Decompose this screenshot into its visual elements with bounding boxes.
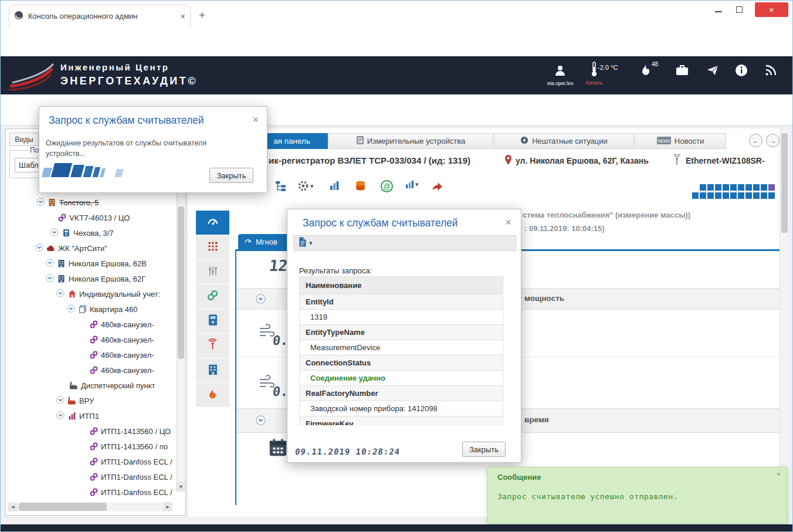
scrollbar-thumb[interactable] [19, 503, 107, 511]
tree-item[interactable]: Николая Ершова, 62Г [6, 271, 176, 286]
flame-icon [640, 63, 652, 79]
tree-item[interactable]: Индивидуальный учет: [6, 286, 176, 301]
tree-item[interactable]: ИТП1-1413560 / по [6, 439, 176, 454]
tree-item[interactable]: ИТП1-Danfoss ECL / [6, 454, 176, 469]
browser-tab[interactable]: Консоль операционного админ × [9, 5, 191, 27]
tree-item[interactable]: Диспетчерский пункт [6, 378, 176, 393]
send-icon [706, 64, 720, 79]
tabs-next-button[interactable]: → [766, 134, 780, 147]
results-label: Результаты запроса: [299, 266, 372, 275]
maximize-button[interactable] [736, 6, 743, 13]
success-toast: Сообщение × Запрос считывателю успешно о… [487, 467, 787, 524]
expand-icon[interactable] [56, 289, 65, 299]
expand-icon[interactable] [56, 396, 65, 406]
tree-item[interactable]: ИТП1-1413560 / ЦО [6, 423, 176, 439]
sliders-view-button[interactable] [196, 260, 229, 284]
collapse-icon[interactable] [256, 294, 266, 306]
settings-gear-icon[interactable]: ▾ [297, 180, 314, 192]
alarms-button[interactable] [640, 63, 652, 79]
segment-value: 12 [268, 257, 289, 275]
main-vertical-scrollbar[interactable] [780, 128, 789, 516]
export-icon[interactable] [431, 180, 443, 191]
expand-icon[interactable] [67, 304, 75, 314]
mini-chart-icon[interactable]: ▾ [405, 180, 419, 189]
tab-news[interactable]: NEWS Новости [635, 133, 726, 149]
rss-button[interactable] [764, 64, 777, 79]
buildings-view-button[interactable] [196, 358, 229, 382]
heat-view-button[interactable] [196, 383, 229, 407]
chain-icon [206, 289, 219, 304]
tree-item[interactable]: 460кв-санузел- [6, 347, 176, 362]
scroll-left-icon[interactable]: ◄ [8, 502, 18, 511]
status-square [723, 184, 729, 191]
tab-emergencies[interactable]: Нештатные ситуации [494, 133, 634, 149]
links-view-button[interactable] [196, 284, 229, 309]
result-row: EntityTypeName [299, 325, 503, 340]
tree-item[interactable]: 460кв-санузел- [6, 362, 176, 378]
expand-icon[interactable] [46, 274, 54, 284]
brand-line2: ЭНЕРГОТЕХАУДИТ© [60, 75, 198, 87]
scrollbar-thumb[interactable] [781, 133, 788, 233]
expand-icon[interactable] [50, 228, 59, 238]
tabs-prev-button[interactable]: ← [749, 134, 762, 147]
tree-item[interactable]: Чехова, 3/7 [6, 225, 176, 240]
tree-view-icon[interactable] [275, 180, 287, 192]
expand-icon[interactable] [36, 198, 45, 208]
briefcase-button[interactable] [675, 64, 689, 79]
collapse-icon[interactable] [256, 415, 266, 428]
tree-item[interactable]: Николая Ершова, 62В [6, 256, 176, 271]
tree-horizontal-scrollbar[interactable]: ◄ ► [8, 502, 172, 511]
dialog-close-icon[interactable]: × [505, 217, 511, 228]
close-button[interactable]: Закрыть [462, 442, 506, 457]
device-title: ик-регистратор ВЗЛЕТ ТСР-033/034 / (ид: … [269, 155, 470, 165]
chevron-down-icon[interactable]: ▾ [309, 239, 313, 247]
result-row: 1319 [299, 310, 503, 325]
send-button[interactable] [706, 64, 720, 79]
database-icon[interactable] [355, 180, 366, 192]
tab-measurement-devices[interactable]: Измерительные устройства [328, 133, 493, 149]
device-view-button[interactable] [196, 309, 229, 333]
dialog-close-icon[interactable]: × [252, 114, 259, 125]
building-blue-icon [208, 364, 218, 378]
svg-text:NEWS: NEWS [658, 138, 670, 143]
tree-item[interactable]: Квартира 460 [6, 301, 176, 317]
tree-item[interactable]: VKT7-46013 / ЦО [6, 210, 176, 225]
tree-item[interactable]: Толстого, 5 [6, 195, 176, 210]
document-icon[interactable] [299, 237, 307, 249]
toast-close-icon[interactable]: × [777, 471, 781, 478]
close-button[interactable]: × [755, 2, 788, 17]
chart-icon [67, 412, 76, 420]
factory-icon [69, 381, 78, 389]
tree-item[interactable]: ИТП1-Danfoss ECL / [6, 484, 176, 500]
tree-vertical-scrollbar[interactable]: ▼ [176, 183, 185, 492]
result-row: FirmwareKey [299, 416, 503, 425]
network-view-button[interactable] [196, 235, 229, 259]
link-icon [57, 214, 66, 222]
tab-close-icon[interactable]: × [181, 12, 185, 21]
tab-views[interactable]: Виды [9, 133, 39, 146]
transmitters-view-button[interactable] [196, 334, 229, 358]
tree-item[interactable]: ВРУ [6, 393, 176, 408]
tree-item[interactable]: ИТП1-Danfoss ECL / [6, 469, 176, 484]
expand-icon[interactable] [35, 243, 43, 253]
dashboard-view-button[interactable] [196, 211, 229, 235]
new-tab-button[interactable]: + [199, 9, 205, 22]
tree-item[interactable]: 460кв-санузел- [6, 317, 176, 332]
expand-icon[interactable] [56, 411, 65, 421]
chart-icon[interactable] [329, 180, 340, 191]
expand-icon[interactable] [46, 259, 54, 269]
user-menu[interactable]: eta.oper.leo [547, 63, 573, 86]
info-button[interactable] [735, 64, 748, 79]
web-at-icon[interactable]: @ [381, 180, 393, 192]
tree-item-label: ВРУ [79, 397, 94, 405]
scroll-right-icon[interactable]: ► [163, 502, 172, 511]
scroll-down-icon[interactable]: ▼ [177, 482, 185, 492]
tree-item[interactable]: 460кв-санузел- [6, 332, 176, 347]
scrollbar-thumb[interactable] [178, 206, 184, 359]
minimize-button[interactable] [715, 11, 722, 12]
tree-item[interactable]: ЖК "АртСити" [6, 240, 176, 256]
result-row: EntityId [299, 294, 503, 310]
close-button[interactable]: Закрыть [209, 168, 253, 183]
network-dots-icon [207, 240, 219, 255]
tree-item[interactable]: ИТП1 [6, 408, 176, 423]
